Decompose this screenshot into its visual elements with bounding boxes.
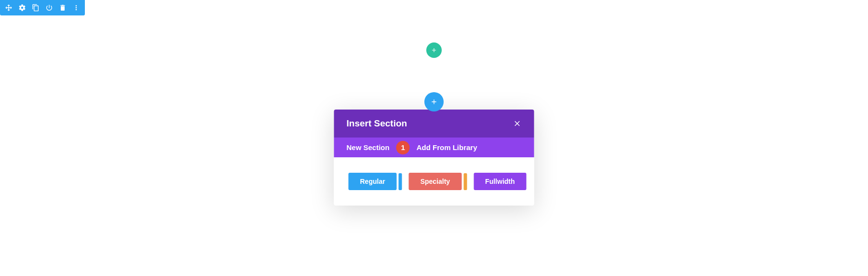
specialty-button[interactable]: Specialty	[409, 173, 461, 190]
instruction-badge: 1	[396, 141, 410, 154]
insert-section-modal: Insert Section New Section 1 Add From Li…	[334, 110, 534, 206]
regular-group: Regular	[349, 173, 402, 190]
more-icon[interactable]	[72, 4, 80, 12]
close-button[interactable]	[513, 119, 522, 128]
regular-button[interactable]: Regular	[349, 173, 397, 190]
close-icon	[513, 119, 522, 128]
modal-title: Insert Section	[347, 118, 407, 129]
gear-icon[interactable]	[18, 4, 26, 12]
specialty-stripe[interactable]	[463, 173, 467, 190]
modal-tabs: New Section 1 Add From Library	[334, 138, 534, 157]
add-row-button[interactable]	[426, 42, 442, 58]
plus-icon	[430, 98, 438, 106]
move-icon[interactable]	[5, 4, 13, 12]
modal-body: Regular Specialty Fullwidth	[334, 157, 534, 206]
tab-new-section[interactable]: New Section	[347, 138, 390, 157]
plus-icon	[431, 47, 437, 54]
power-icon[interactable]	[45, 4, 53, 12]
duplicate-icon[interactable]	[32, 4, 40, 12]
modal-header: Insert Section	[334, 110, 534, 138]
fullwidth-group: Fullwidth	[474, 173, 526, 190]
fullwidth-button[interactable]: Fullwidth	[474, 173, 526, 190]
specialty-group: Specialty	[409, 173, 467, 190]
add-section-button[interactable]	[424, 92, 444, 111]
section-toolbar	[0, 0, 85, 15]
regular-stripe[interactable]	[399, 173, 402, 190]
delete-icon[interactable]	[59, 4, 67, 12]
tab-add-from-library[interactable]: Add From Library	[417, 138, 477, 157]
